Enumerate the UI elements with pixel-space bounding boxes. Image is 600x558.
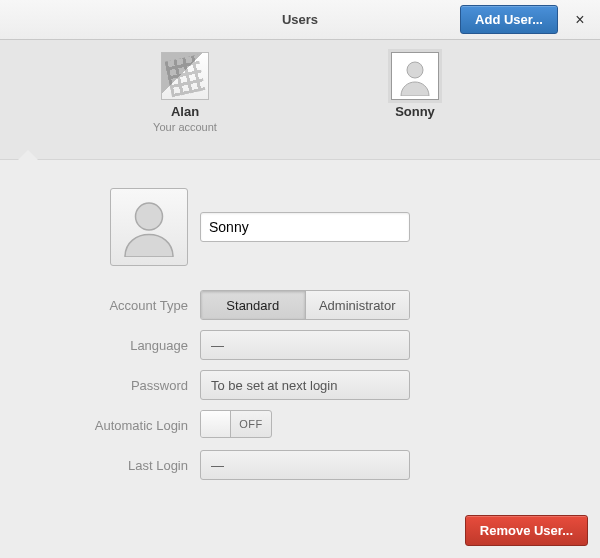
- add-user-button[interactable]: Add User...: [460, 5, 558, 34]
- close-button[interactable]: ×: [566, 6, 594, 34]
- svg-point-1: [136, 203, 163, 230]
- switch-handle: [201, 411, 231, 437]
- user-detail-form: Account Type Standard Administrator Lang…: [0, 160, 600, 480]
- svg-point-0: [407, 62, 423, 78]
- password-button[interactable]: To be set at next login: [200, 370, 410, 400]
- label-last-login: Last Login: [70, 458, 200, 473]
- language-button[interactable]: —: [200, 330, 410, 360]
- person-icon: [119, 197, 179, 257]
- avatar-thumb: [391, 52, 439, 100]
- user-name-label: Sonny: [370, 104, 460, 119]
- user-tile-alan[interactable]: Alan Your account: [140, 52, 230, 133]
- last-login-button[interactable]: —: [200, 450, 410, 480]
- account-type-administrator[interactable]: Administrator: [305, 291, 410, 319]
- automatic-login-switch[interactable]: OFF: [200, 410, 272, 438]
- titlebar: Users Add User... ×: [0, 0, 600, 40]
- switch-state-label: OFF: [231, 411, 271, 437]
- user-subtitle: Your account: [140, 121, 230, 133]
- label-language: Language: [70, 338, 200, 353]
- account-type-standard[interactable]: Standard: [201, 291, 305, 319]
- user-tile-sonny[interactable]: Sonny: [370, 52, 460, 119]
- label-account-type: Account Type: [70, 298, 200, 313]
- avatar-picker[interactable]: [110, 188, 188, 266]
- avatar-thumb: [161, 52, 209, 100]
- calculator-icon: [162, 52, 208, 100]
- user-name-label: Alan: [140, 104, 230, 119]
- user-chooser: Alan Your account Sonny: [0, 40, 600, 160]
- label-password: Password: [70, 378, 200, 393]
- display-name-input[interactable]: [200, 212, 410, 242]
- account-type-segmented: Standard Administrator: [200, 290, 410, 320]
- selection-pointer: [18, 150, 38, 160]
- person-icon: [395, 56, 435, 96]
- label-automatic-login: Automatic Login: [70, 418, 200, 433]
- remove-user-button[interactable]: Remove User...: [465, 515, 588, 546]
